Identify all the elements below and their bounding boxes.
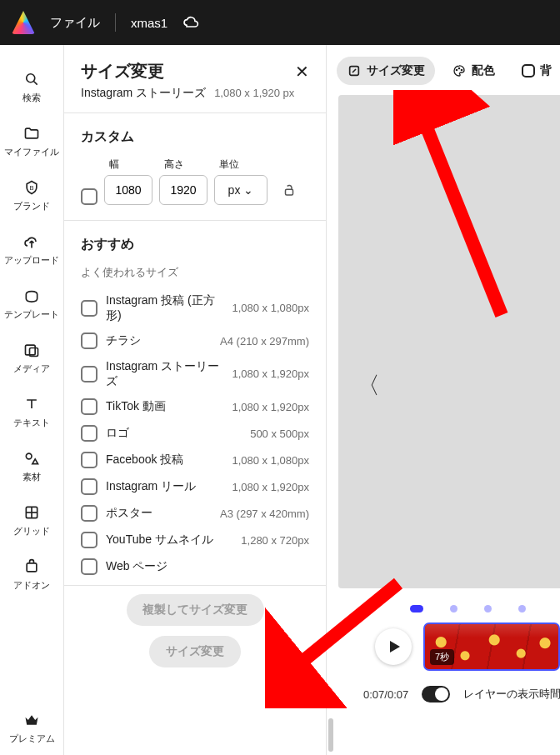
width-input[interactable]: [104, 175, 152, 205]
tool-recolor-label: 配色: [472, 63, 495, 78]
preset-checkbox[interactable]: [81, 300, 98, 317]
layer-duration-toggle[interactable]: [422, 686, 450, 702]
preset-item[interactable]: ポスターA3 (297 x 420mm): [81, 500, 309, 527]
unit-select[interactable]: px ⌄: [214, 175, 268, 205]
rail-media[interactable]: メディア: [0, 331, 63, 385]
play-button[interactable]: [375, 628, 412, 665]
rail-brand[interactable]: B ブランド: [0, 168, 63, 222]
document-name[interactable]: xmas1: [131, 16, 168, 30]
preset-label: TikTok 動画: [106, 399, 223, 414]
svg-text:B: B: [29, 184, 33, 192]
rail-premium[interactable]: プレミアム: [0, 701, 63, 755]
preset-checkbox[interactable]: [81, 452, 98, 468]
canvas-toolbar: サイズ変更 配色 背: [327, 45, 560, 85]
folder-icon: [22, 124, 41, 142]
aspect-lock-icon[interactable]: [274, 175, 304, 205]
preset-item[interactable]: チラシA4 (210 x 297mm): [81, 328, 309, 354]
brand-icon: B: [22, 178, 41, 197]
rail-addon[interactable]: アドオン: [0, 548, 63, 602]
svg-point-5: [26, 453, 32, 459]
rail-search-label: 検索: [22, 92, 41, 104]
rail-upload[interactable]: アップロード: [0, 222, 63, 277]
rail-media-label: メディア: [13, 362, 50, 375]
canvas-background[interactable]: [338, 95, 560, 588]
preset-label: Facebook 投稿: [106, 452, 223, 468]
preset-checkbox[interactable]: [81, 366, 98, 382]
preset-dim: 1,080 x 1,920px: [232, 481, 309, 493]
page-dot[interactable]: [484, 605, 492, 612]
svg-point-13: [458, 68, 459, 68]
duplicate-resize-button[interactable]: 複製してサイズ変更: [127, 594, 264, 626]
preset-label: ポスター: [106, 506, 212, 521]
rail-myfiles-label: マイファイル: [4, 146, 59, 158]
preset-item[interactable]: Instagram 投稿 (正方形)1,080 x 1,080px: [81, 288, 309, 328]
preset-item[interactable]: Instagram ストーリーズ1,080 x 1,920px: [81, 354, 309, 393]
rail-upload-label: アップロード: [4, 254, 59, 267]
tool-recolor[interactable]: 配色: [442, 57, 505, 85]
preset-label: Instagram ストーリーズ: [106, 359, 223, 388]
svg-rect-9: [27, 563, 37, 572]
preset-checkbox[interactable]: [81, 558, 98, 575]
file-menu[interactable]: ファイル: [50, 15, 100, 31]
preset-item[interactable]: Web ページ: [81, 553, 309, 580]
rail-search[interactable]: 検索: [0, 60, 63, 114]
page-dots[interactable]: [338, 597, 560, 618]
close-icon[interactable]: ✕: [295, 62, 309, 82]
text-icon: [22, 395, 41, 413]
rail-template-label: テンプレート: [4, 308, 59, 321]
tool-bg-label: 背: [540, 63, 552, 78]
resize-panel: サイズ変更 ✕ Instagram ストーリーズ 1,080 x 1,920 p…: [64, 45, 327, 755]
preset-item[interactable]: YouTube サムネイル1,280 x 720px: [81, 527, 309, 553]
unit-label: 単位: [214, 158, 268, 172]
preset-checkbox[interactable]: [81, 532, 98, 548]
preset-checkbox[interactable]: [81, 398, 98, 415]
page-dot[interactable]: [410, 605, 423, 612]
preset-checkbox[interactable]: [81, 332, 98, 349]
svg-point-12: [456, 69, 457, 70]
custom-checkbox[interactable]: [81, 188, 98, 205]
toggle-label: レイヤーの表示時間を: [463, 687, 560, 702]
scrollbar[interactable]: [328, 718, 333, 752]
grid-icon: [22, 503, 41, 522]
preset-checkbox[interactable]: [81, 505, 98, 522]
rail-grid-label: グリッド: [13, 525, 50, 538]
custom-heading: カスタム: [81, 128, 309, 146]
preset-checkbox[interactable]: [81, 425, 98, 442]
preset-checkbox[interactable]: [81, 478, 98, 495]
preset-label: チラシ: [106, 333, 212, 348]
rail-template[interactable]: テンプレート: [0, 277, 63, 331]
preset-dim: A3 (297 x 420mm): [220, 508, 309, 520]
rail-text[interactable]: テキスト: [0, 385, 63, 439]
cloud-sync-icon[interactable]: [182, 14, 199, 31]
page-dot[interactable]: [450, 605, 458, 612]
timeline-time: 0:07/0:07: [363, 688, 408, 701]
preset-label: YouTube サムネイル: [106, 532, 232, 548]
tool-resize[interactable]: サイズ変更: [337, 57, 435, 85]
shapes-icon: [22, 449, 41, 468]
left-rail: 検索 マイファイル B ブランド アップロード テンプレート メディア テキスト: [0, 45, 64, 755]
chevron-down-icon: ⌄: [243, 183, 253, 197]
unit-value: px: [228, 183, 241, 197]
preset-item[interactable]: Facebook 投稿1,080 x 1,080px: [81, 447, 309, 473]
svg-rect-3: [26, 345, 36, 355]
tool-background[interactable]: 背: [512, 57, 560, 85]
rail-grid[interactable]: グリッド: [0, 493, 63, 548]
preset-item[interactable]: Instagram リール1,080 x 1,920px: [81, 473, 309, 500]
preset-item[interactable]: ロゴ500 x 500px: [81, 420, 309, 447]
prev-page-button[interactable]: 〈: [357, 370, 380, 402]
recommended-sub: よく使われるサイズ: [81, 265, 309, 280]
svg-rect-10: [286, 189, 293, 195]
height-input[interactable]: [159, 175, 208, 205]
rail-myfiles[interactable]: マイファイル: [0, 114, 63, 168]
preset-dim: 1,280 x 720px: [241, 534, 309, 547]
preset-dim: 1,080 x 1,920px: [232, 368, 309, 380]
preset-dim: 1,080 x 1,080px: [232, 302, 309, 314]
rail-assets[interactable]: 素材: [0, 439, 63, 493]
timeline-clip[interactable]: 7秒: [423, 622, 560, 671]
resize-button[interactable]: サイズ変更: [149, 636, 241, 668]
app-logo[interactable]: [12, 11, 35, 34]
svg-line-1: [34, 82, 38, 85]
preset-item[interactable]: TikTok 動画1,080 x 1,920px: [81, 393, 309, 420]
page-dot[interactable]: [518, 605, 526, 612]
square-icon: [522, 64, 535, 78]
